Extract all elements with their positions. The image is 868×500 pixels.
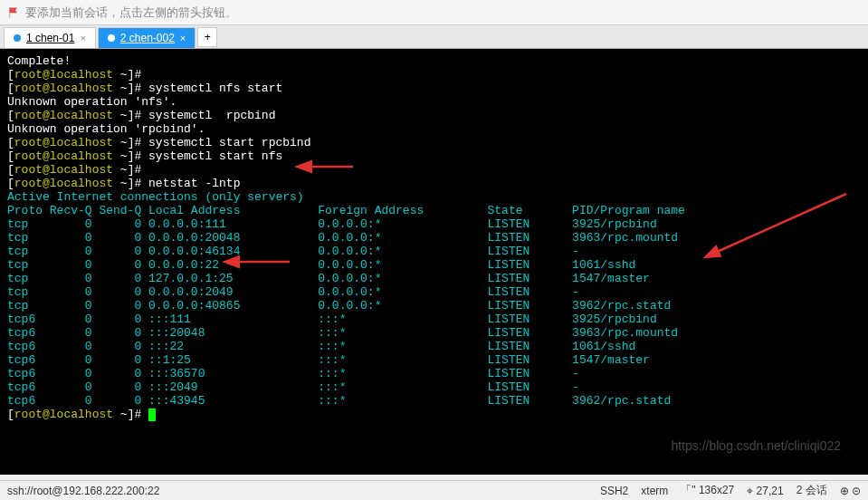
prompt-line: [root@localhost ~]# bbox=[7, 408, 861, 421]
status-cursor-pos: ⌖ 27,21 bbox=[747, 485, 783, 497]
hint-bar: 要添加当前会话，点击左侧的箭头按钮。 bbox=[0, 0, 868, 25]
netstat-row: tcp 0 0 0.0.0.0:20048 0.0.0.0:* LISTEN 3… bbox=[7, 231, 861, 245]
close-icon[interactable]: × bbox=[80, 33, 85, 43]
status-ssh-url: ssh://root@192.168.222.200:22 bbox=[7, 485, 159, 497]
flag-icon bbox=[7, 6, 20, 19]
netstat-row: tcp 0 0 0.0.0.0:46134 0.0.0.0:* LISTEN - bbox=[7, 245, 861, 258]
prompt-line: [root@localhost ~]# systemctl start nfs bbox=[7, 149, 861, 163]
output-line: Unknown operation 'rpcbind'. bbox=[7, 122, 861, 136]
netstat-header: Proto Recv-Q Send-Q Local Address Foreig… bbox=[7, 204, 861, 217]
netstat-row: tcp6 0 0 :::22 :::* LISTEN 1061/sshd bbox=[7, 340, 861, 353]
tab-add-button[interactable]: + bbox=[197, 27, 217, 47]
status-sessions: 2 会话 bbox=[796, 483, 827, 498]
cursor bbox=[148, 409, 156, 421]
netstat-row: tcp 0 0 0.0.0.0:40865 0.0.0.0:* LISTEN 3… bbox=[7, 299, 861, 312]
status-size: 「" 136x27 bbox=[681, 483, 734, 498]
status-protocol: SSH2 bbox=[600, 485, 628, 497]
prompt-line: [root@localhost ~]# bbox=[7, 68, 861, 82]
prompt-line: [root@localhost ~]# systemctl rpcbind bbox=[7, 109, 861, 122]
prompt-line: [root@localhost ~]# systemctl start rpcb… bbox=[7, 136, 861, 149]
netstat-row: tcp6 0 0 :::111 :::* LISTEN 3925/rpcbind bbox=[7, 312, 861, 326]
netstat-row: tcp6 0 0 :::36570 :::* LISTEN - bbox=[7, 367, 861, 380]
prompt-line: [root@localhost ~]# systemctl nfs start bbox=[7, 82, 861, 95]
netstat-row: tcp6 0 0 :::43945 :::* LISTEN 3962/rpc.s… bbox=[7, 394, 861, 408]
output-line: Unknown operation 'nfs'. bbox=[7, 95, 861, 109]
tab-chen-01[interactable]: 1 chen-01 × bbox=[4, 27, 96, 48]
status-dot-icon bbox=[108, 34, 115, 42]
netstat-row: tcp6 0 0 :::2049 :::* LISTEN - bbox=[7, 380, 861, 394]
tab-bar: 1 chen-01 × 2 chen-002 × + bbox=[0, 25, 868, 49]
netstat-row: tcp6 0 0 :::20048 :::* LISTEN 3963/rpc.m… bbox=[7, 326, 861, 340]
status-term-type: xterm bbox=[641, 485, 668, 497]
close-icon[interactable]: × bbox=[180, 33, 186, 43]
netstat-row: tcp 0 0 0.0.0.0:22 0.0.0.0:* LISTEN 1061… bbox=[7, 258, 861, 272]
terminal[interactable]: Complete! [root@localhost ~]# [root@loca… bbox=[0, 49, 868, 475]
output-line: Complete! bbox=[7, 54, 861, 68]
output-line: Active Internet connections (only server… bbox=[7, 190, 861, 204]
tab-label: 2 chen-002 bbox=[120, 32, 175, 44]
netstat-row: tcp 0 0 0.0.0.0:111 0.0.0.0:* LISTEN 392… bbox=[7, 217, 861, 231]
netstat-row: tcp6 0 0 ::1:25 :::* LISTEN 1547/master bbox=[7, 353, 861, 367]
watermark: https://blog.csdn.net/cliniqi022 bbox=[671, 439, 841, 453]
status-dot-icon bbox=[14, 34, 21, 42]
prompt-line: [root@localhost ~]# netstat -lntp bbox=[7, 177, 861, 190]
status-extra: ⊕ ⊝ bbox=[840, 485, 861, 497]
tab-label: 1 chen-01 bbox=[26, 32, 74, 44]
hint-text: 要添加当前会话，点击左侧的箭头按钮。 bbox=[25, 5, 237, 21]
prompt-line: [root@localhost ~]# bbox=[7, 163, 861, 177]
status-bar: ssh://root@192.168.222.200:22 SSH2 xterm… bbox=[0, 480, 868, 500]
netstat-row: tcp 0 0 127.0.0.1:25 0.0.0.0:* LISTEN 15… bbox=[7, 272, 861, 285]
netstat-row: tcp 0 0 0.0.0.0:2049 0.0.0.0:* LISTEN - bbox=[7, 285, 861, 299]
tab-chen-002[interactable]: 2 chen-002 × bbox=[98, 27, 196, 48]
